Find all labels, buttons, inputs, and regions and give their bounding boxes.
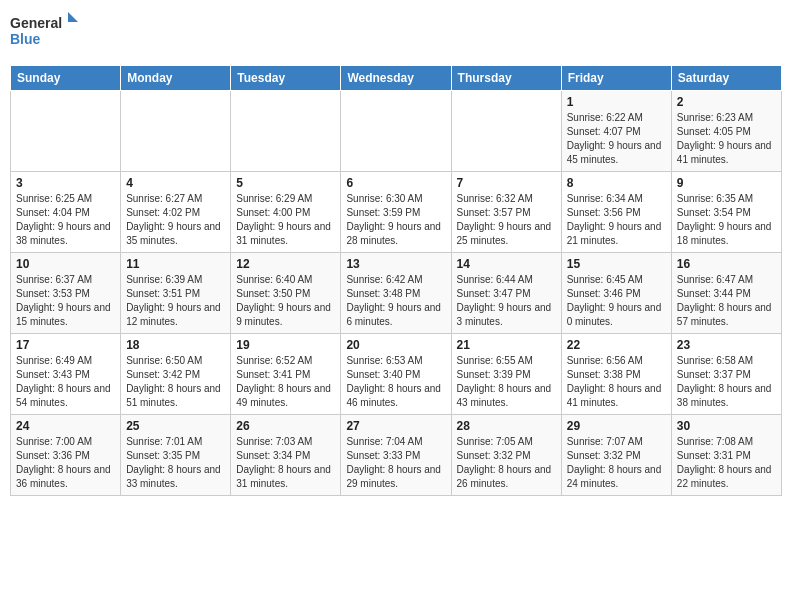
- day-info: Sunrise: 7:04 AMSunset: 3:33 PMDaylight:…: [346, 435, 445, 491]
- calendar-cell: 8Sunrise: 6:34 AMSunset: 3:56 PMDaylight…: [561, 172, 671, 253]
- day-number: 12: [236, 257, 335, 271]
- day-info: Sunrise: 6:47 AMSunset: 3:44 PMDaylight:…: [677, 273, 776, 329]
- day-of-week-header: Monday: [121, 66, 231, 91]
- day-number: 10: [16, 257, 115, 271]
- day-number: 13: [346, 257, 445, 271]
- day-info: Sunrise: 6:39 AMSunset: 3:51 PMDaylight:…: [126, 273, 225, 329]
- calendar-cell: 18Sunrise: 6:50 AMSunset: 3:42 PMDayligh…: [121, 334, 231, 415]
- day-info: Sunrise: 6:25 AMSunset: 4:04 PMDaylight:…: [16, 192, 115, 248]
- day-info: Sunrise: 7:03 AMSunset: 3:34 PMDaylight:…: [236, 435, 335, 491]
- calendar-week-row: 1Sunrise: 6:22 AMSunset: 4:07 PMDaylight…: [11, 91, 782, 172]
- day-number: 21: [457, 338, 556, 352]
- day-number: 20: [346, 338, 445, 352]
- day-of-week-header: Tuesday: [231, 66, 341, 91]
- day-info: Sunrise: 6:55 AMSunset: 3:39 PMDaylight:…: [457, 354, 556, 410]
- day-info: Sunrise: 6:45 AMSunset: 3:46 PMDaylight:…: [567, 273, 666, 329]
- day-info: Sunrise: 6:56 AMSunset: 3:38 PMDaylight:…: [567, 354, 666, 410]
- day-number: 14: [457, 257, 556, 271]
- calendar-cell: 22Sunrise: 6:56 AMSunset: 3:38 PMDayligh…: [561, 334, 671, 415]
- calendar-cell: 19Sunrise: 6:52 AMSunset: 3:41 PMDayligh…: [231, 334, 341, 415]
- day-number: 5: [236, 176, 335, 190]
- calendar-cell: 16Sunrise: 6:47 AMSunset: 3:44 PMDayligh…: [671, 253, 781, 334]
- logo-triangle: [68, 12, 78, 22]
- day-number: 6: [346, 176, 445, 190]
- calendar-week-row: 17Sunrise: 6:49 AMSunset: 3:43 PMDayligh…: [11, 334, 782, 415]
- logo-general-text: General: [10, 15, 62, 31]
- calendar-cell: 2Sunrise: 6:23 AMSunset: 4:05 PMDaylight…: [671, 91, 781, 172]
- logo-blue-text: Blue: [10, 31, 41, 47]
- day-info: Sunrise: 6:32 AMSunset: 3:57 PMDaylight:…: [457, 192, 556, 248]
- day-number: 23: [677, 338, 776, 352]
- day-number: 3: [16, 176, 115, 190]
- day-info: Sunrise: 6:42 AMSunset: 3:48 PMDaylight:…: [346, 273, 445, 329]
- calendar-cell: 11Sunrise: 6:39 AMSunset: 3:51 PMDayligh…: [121, 253, 231, 334]
- day-number: 2: [677, 95, 776, 109]
- calendar-cell: 12Sunrise: 6:40 AMSunset: 3:50 PMDayligh…: [231, 253, 341, 334]
- day-number: 8: [567, 176, 666, 190]
- day-info: Sunrise: 7:00 AMSunset: 3:36 PMDaylight:…: [16, 435, 115, 491]
- calendar-cell: 10Sunrise: 6:37 AMSunset: 3:53 PMDayligh…: [11, 253, 121, 334]
- calendar-cell: 15Sunrise: 6:45 AMSunset: 3:46 PMDayligh…: [561, 253, 671, 334]
- calendar-week-row: 24Sunrise: 7:00 AMSunset: 3:36 PMDayligh…: [11, 415, 782, 496]
- day-number: 7: [457, 176, 556, 190]
- calendar-cell: 28Sunrise: 7:05 AMSunset: 3:32 PMDayligh…: [451, 415, 561, 496]
- logo: General Blue: [10, 10, 80, 55]
- calendar-cell: 6Sunrise: 6:30 AMSunset: 3:59 PMDaylight…: [341, 172, 451, 253]
- calendar-cell: 14Sunrise: 6:44 AMSunset: 3:47 PMDayligh…: [451, 253, 561, 334]
- calendar-cell: 9Sunrise: 6:35 AMSunset: 3:54 PMDaylight…: [671, 172, 781, 253]
- calendar-cell: 30Sunrise: 7:08 AMSunset: 3:31 PMDayligh…: [671, 415, 781, 496]
- day-number: 19: [236, 338, 335, 352]
- day-info: Sunrise: 6:34 AMSunset: 3:56 PMDaylight:…: [567, 192, 666, 248]
- calendar-cell: 29Sunrise: 7:07 AMSunset: 3:32 PMDayligh…: [561, 415, 671, 496]
- day-number: 18: [126, 338, 225, 352]
- day-number: 9: [677, 176, 776, 190]
- day-number: 26: [236, 419, 335, 433]
- day-info: Sunrise: 7:07 AMSunset: 3:32 PMDaylight:…: [567, 435, 666, 491]
- calendar-cell: 26Sunrise: 7:03 AMSunset: 3:34 PMDayligh…: [231, 415, 341, 496]
- calendar-cell: [341, 91, 451, 172]
- day-of-week-header: Sunday: [11, 66, 121, 91]
- day-info: Sunrise: 7:08 AMSunset: 3:31 PMDaylight:…: [677, 435, 776, 491]
- calendar-week-row: 3Sunrise: 6:25 AMSunset: 4:04 PMDaylight…: [11, 172, 782, 253]
- day-number: 1: [567, 95, 666, 109]
- calendar-cell: 5Sunrise: 6:29 AMSunset: 4:00 PMDaylight…: [231, 172, 341, 253]
- day-info: Sunrise: 6:35 AMSunset: 3:54 PMDaylight:…: [677, 192, 776, 248]
- day-number: 30: [677, 419, 776, 433]
- calendar-cell: [11, 91, 121, 172]
- day-number: 24: [16, 419, 115, 433]
- day-of-week-header: Wednesday: [341, 66, 451, 91]
- day-info: Sunrise: 6:52 AMSunset: 3:41 PMDaylight:…: [236, 354, 335, 410]
- day-number: 22: [567, 338, 666, 352]
- day-info: Sunrise: 7:01 AMSunset: 3:35 PMDaylight:…: [126, 435, 225, 491]
- page-header: General Blue: [10, 10, 782, 55]
- day-number: 11: [126, 257, 225, 271]
- day-number: 27: [346, 419, 445, 433]
- calendar-cell: 21Sunrise: 6:55 AMSunset: 3:39 PMDayligh…: [451, 334, 561, 415]
- day-info: Sunrise: 6:30 AMSunset: 3:59 PMDaylight:…: [346, 192, 445, 248]
- day-info: Sunrise: 7:05 AMSunset: 3:32 PMDaylight:…: [457, 435, 556, 491]
- day-number: 29: [567, 419, 666, 433]
- day-info: Sunrise: 6:37 AMSunset: 3:53 PMDaylight:…: [16, 273, 115, 329]
- day-info: Sunrise: 6:23 AMSunset: 4:05 PMDaylight:…: [677, 111, 776, 167]
- day-info: Sunrise: 6:44 AMSunset: 3:47 PMDaylight:…: [457, 273, 556, 329]
- calendar-cell: [121, 91, 231, 172]
- calendar-cell: [231, 91, 341, 172]
- calendar-cell: 24Sunrise: 7:00 AMSunset: 3:36 PMDayligh…: [11, 415, 121, 496]
- day-of-week-header: Friday: [561, 66, 671, 91]
- calendar-cell: 23Sunrise: 6:58 AMSunset: 3:37 PMDayligh…: [671, 334, 781, 415]
- day-info: Sunrise: 6:49 AMSunset: 3:43 PMDaylight:…: [16, 354, 115, 410]
- day-info: Sunrise: 6:53 AMSunset: 3:40 PMDaylight:…: [346, 354, 445, 410]
- calendar-cell: [451, 91, 561, 172]
- day-info: Sunrise: 6:27 AMSunset: 4:02 PMDaylight:…: [126, 192, 225, 248]
- calendar-cell: 27Sunrise: 7:04 AMSunset: 3:33 PMDayligh…: [341, 415, 451, 496]
- calendar-cell: 13Sunrise: 6:42 AMSunset: 3:48 PMDayligh…: [341, 253, 451, 334]
- day-number: 17: [16, 338, 115, 352]
- day-number: 16: [677, 257, 776, 271]
- day-info: Sunrise: 6:58 AMSunset: 3:37 PMDaylight:…: [677, 354, 776, 410]
- calendar-cell: 25Sunrise: 7:01 AMSunset: 3:35 PMDayligh…: [121, 415, 231, 496]
- day-number: 4: [126, 176, 225, 190]
- calendar-header-row: SundayMondayTuesdayWednesdayThursdayFrid…: [11, 66, 782, 91]
- calendar-cell: 17Sunrise: 6:49 AMSunset: 3:43 PMDayligh…: [11, 334, 121, 415]
- day-number: 25: [126, 419, 225, 433]
- calendar-cell: 1Sunrise: 6:22 AMSunset: 4:07 PMDaylight…: [561, 91, 671, 172]
